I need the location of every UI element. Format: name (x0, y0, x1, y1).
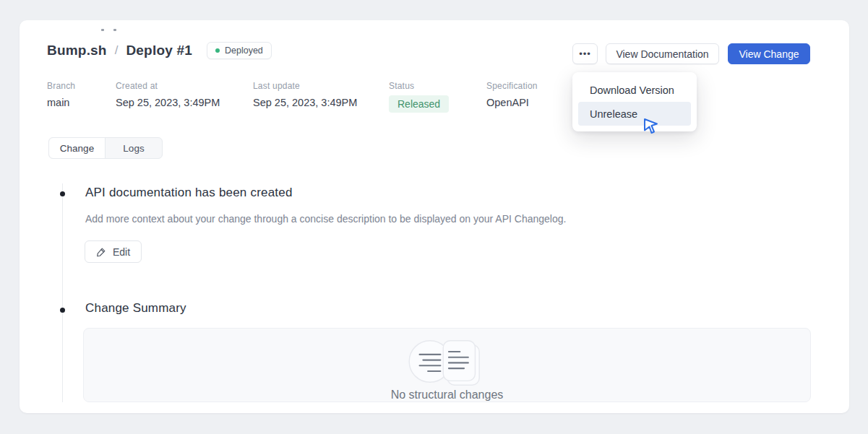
entry-title-documentation-created: API documentation has been created (85, 186, 293, 200)
meta-value: OpenAPI (486, 97, 538, 108)
timeline-bullet (60, 308, 65, 313)
edit-button[interactable]: Edit (85, 240, 142, 263)
clipped-text-fragment (113, 29, 116, 31)
page: Bump.sh / Deploy #1 Deployed ••• View Do… (0, 0, 868, 434)
more-actions-button[interactable]: ••• (572, 43, 598, 64)
page-title: Deploy #1 (126, 43, 192, 58)
meta-value: Sep 25, 2023, 3:49PM (116, 97, 220, 108)
diff-documents-icon (405, 335, 489, 388)
green-dot-icon (215, 48, 220, 53)
meta-branch: Branch main (47, 81, 75, 108)
meta-label: Specification (486, 81, 538, 91)
tab-bar: Change Logs (48, 137, 163, 159)
meta-value: Sep 25, 2023, 3:49PM (253, 97, 357, 108)
view-documentation-button[interactable]: View Documentation (606, 43, 719, 64)
ellipsis-icon: ••• (579, 48, 591, 59)
menu-item-download-version[interactable]: Download Version (578, 78, 691, 102)
deploy-card: Bump.sh / Deploy #1 Deployed ••• View Do… (20, 20, 849, 413)
entry-title-change-summary: Change Summary (85, 301, 186, 316)
meta-value: main (47, 97, 75, 108)
meta-created-at: Created at Sep 25, 2023, 3:49PM (116, 81, 220, 108)
meta-label: Last update (253, 81, 357, 91)
clipped-text-fragment (101, 29, 104, 31)
meta-label: Created at (116, 81, 220, 91)
timeline-line (62, 183, 63, 402)
badge-label: Deployed (225, 45, 263, 56)
timeline-bullet (60, 191, 65, 196)
cursor-pointer-icon (643, 117, 660, 136)
change-summary-panel: No structural changes (83, 328, 811, 402)
meta-status: Status Released (389, 81, 449, 113)
breadcrumb-product-link[interactable]: Bump.sh (47, 43, 107, 58)
meta-label: Status (389, 81, 449, 91)
edit-pencil-icon (96, 247, 106, 257)
breadcrumb-separator: / (115, 43, 119, 58)
meta-specification: Specification OpenAPI (486, 81, 538, 108)
context-menu: Download Version Unrelease (572, 72, 697, 131)
released-status-pill: Released (389, 95, 449, 113)
empty-state-text: No structural changes (391, 389, 504, 402)
meta-last-update: Last update Sep 25, 2023, 3:49PM (253, 81, 357, 108)
menu-item-unrelease[interactable]: Unrelease (578, 102, 691, 126)
entry-description: Add more context about your change throu… (85, 213, 566, 225)
breadcrumb: Bump.sh / Deploy #1 Deployed (47, 42, 272, 59)
meta-label: Branch (47, 81, 75, 91)
edit-button-label: Edit (113, 246, 130, 258)
view-change-button[interactable]: View Change (728, 43, 810, 64)
deployed-status-badge: Deployed (207, 42, 272, 59)
tab-change[interactable]: Change (49, 138, 106, 158)
tab-logs[interactable]: Logs (106, 138, 162, 158)
